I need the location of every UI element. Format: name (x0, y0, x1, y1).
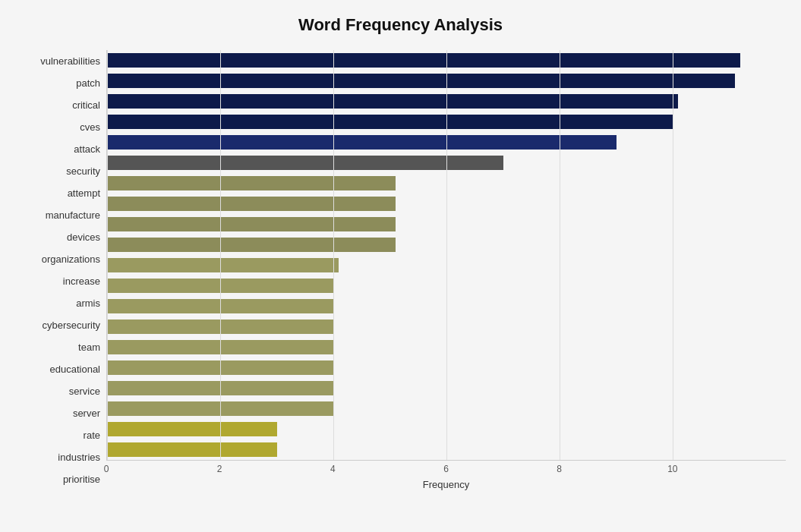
chart-container: Word Frequency Analysis vulnerabilitiesp… (0, 0, 801, 532)
y-label: cves (80, 118, 100, 137)
bar-fill (107, 156, 503, 170)
bars-area (106, 50, 786, 461)
x-tick: 8 (557, 464, 562, 474)
grid-line (446, 50, 447, 460)
y-label: armis (76, 294, 100, 313)
bar-fill (107, 176, 396, 190)
bar-fill (107, 74, 735, 88)
y-label: rate (84, 426, 100, 445)
bar-fill (107, 422, 277, 436)
bar-fill (107, 53, 740, 68)
y-label: security (66, 162, 100, 181)
y-label: prioritise (63, 470, 100, 490)
grid-line (107, 50, 108, 460)
grid-line (673, 50, 673, 460)
bar-fill (107, 197, 396, 211)
y-label: attempt (68, 184, 100, 203)
x-tick: 6 (443, 464, 449, 474)
y-label: attack (74, 140, 100, 159)
x-tick: 4 (330, 464, 336, 474)
bar-fill (107, 238, 396, 252)
chart-area: vulnerabilitiespatchcriticalcvesattackse… (15, 50, 786, 490)
x-axis-label: Frequency (106, 479, 786, 490)
y-label: organizations (42, 250, 100, 269)
bar-fill (107, 94, 678, 109)
y-label: increase (63, 272, 100, 291)
y-label: cybersecurity (42, 316, 100, 335)
bar-fill (107, 135, 617, 150)
y-label: industries (58, 448, 100, 467)
bars-and-xaxis: 0246810 Frequency (106, 50, 786, 490)
x-tick: 0 (104, 464, 109, 474)
y-label: devices (67, 228, 100, 247)
y-label: critical (72, 96, 100, 115)
y-label: service (69, 382, 100, 401)
x-tick: 2 (217, 464, 222, 474)
x-tick: 10 (667, 464, 677, 474)
y-label: patch (76, 74, 100, 93)
y-label: team (78, 338, 100, 357)
bar-fill (107, 258, 339, 272)
chart-title: Word Frequency Analysis (15, 15, 786, 35)
y-axis-labels: vulnerabilitiespatchcriticalcvesattackse… (15, 50, 106, 490)
bar-fill (107, 217, 396, 231)
y-label: educational (50, 360, 101, 379)
x-axis: 0246810 (106, 461, 786, 476)
bar-fill (107, 115, 673, 129)
y-label: server (73, 404, 100, 423)
grid-line (220, 50, 221, 460)
y-label: vulnerabilities (40, 52, 100, 71)
y-label: manufacture (46, 206, 100, 225)
grid-line (560, 50, 560, 460)
bar-fill (107, 442, 277, 457)
grid-line (333, 50, 334, 460)
